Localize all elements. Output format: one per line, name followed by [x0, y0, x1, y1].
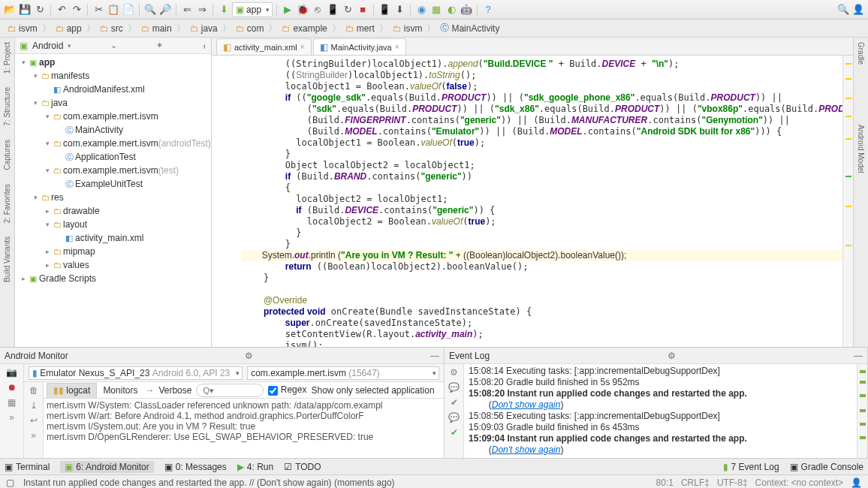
tree-activity-main-xml[interactable]: ◧ activity_main.xml	[15, 231, 211, 245]
back-icon[interactable]: ⇐	[180, 3, 194, 17]
project-settings-icon[interactable]: ⌄	[110, 41, 117, 50]
event-check-icon[interactable]: ✔	[451, 427, 458, 438]
copy-icon[interactable]: 📋	[107, 3, 120, 17]
cut-icon[interactable]: ✂	[92, 3, 105, 17]
apply-changes-icon[interactable]: 📱	[326, 3, 339, 17]
clear-log-icon[interactable]: 🗑	[29, 385, 38, 396]
rightbar-gradle[interactable]: Gradle	[857, 42, 865, 65]
btab-todo[interactable]: ☑ TODO	[284, 462, 321, 472]
monitor-hide-icon[interactable]: —	[430, 351, 439, 361]
project-tree[interactable]: ▾▣ app▾🗀 manifests◧ AndroidManifest.xml▾…	[15, 54, 211, 287]
crumb-com[interactable]: 🗀 com	[233, 23, 267, 34]
line-separator[interactable]: CRLF‡	[681, 477, 710, 488]
event-info-icon[interactable]: 💬	[448, 382, 460, 393]
logcat-tab[interactable]: ▮▮ logcat	[47, 383, 97, 398]
zoom-in-icon[interactable]: 🔍	[143, 3, 157, 17]
dont-show-again-link[interactable]: Don't show again	[492, 399, 561, 410]
leftbar-build-variants[interactable]: Build Variants	[3, 236, 11, 282]
hide-icon[interactable]: ⫞	[202, 41, 206, 50]
stop-icon[interactable]: ■	[356, 3, 369, 17]
crumb-MainActivity[interactable]: Ⓒ MainActivity	[437, 22, 502, 35]
cursor-position[interactable]: 80:1	[656, 477, 674, 488]
crumb-src[interactable]: 🗀 src	[97, 23, 126, 34]
android-icon[interactable]: 🤖	[460, 3, 473, 17]
crumb-isvm[interactable]: 🗀 isvm	[390, 23, 426, 34]
crumb-java[interactable]: 🗀 java	[187, 23, 221, 34]
leftbar-structure[interactable]: 7: Structure	[3, 87, 11, 126]
redo-icon[interactable]: ↷	[70, 3, 83, 17]
tree-exampleunittest[interactable]: Ⓒ ExampleUnitTest	[15, 177, 211, 191]
more2-icon[interactable]: »	[31, 430, 36, 441]
scroll-end-icon[interactable]: ⤓	[30, 400, 38, 411]
crumb-example[interactable]: 🗀 example	[279, 23, 330, 34]
monitor-settings-icon[interactable]: ⚙	[245, 351, 253, 361]
account-icon[interactable]: 👤	[851, 3, 865, 17]
tree-com-example-mert-isvm[interactable]: ▾🗀 com.example.mert.isvm (test)	[15, 164, 211, 177]
event-filter-icon[interactable]: ⚙	[450, 367, 458, 378]
dont-show-again-link[interactable]: Don't show again	[492, 444, 561, 455]
tree-manifests[interactable]: ▾🗀 manifests	[15, 69, 211, 83]
encoding[interactable]: UTF-8‡	[717, 477, 748, 488]
crumb-app[interactable]: 🗀 app	[53, 23, 85, 34]
screenshot-icon[interactable]: 📷	[6, 367, 17, 378]
forward-icon[interactable]: ⇒	[195, 3, 209, 17]
tree-androidmanifest-xml[interactable]: ◧ AndroidManifest.xml	[15, 83, 211, 96]
undo-icon[interactable]: ↶	[55, 3, 68, 17]
tree-mainactivity[interactable]: Ⓒ MainActivity	[15, 123, 211, 137]
process-selector[interactable]: com.example.mert.isvm (15647)	[247, 366, 439, 380]
sync-icon[interactable]: ↻	[33, 3, 47, 17]
log-level-selector[interactable]: Verbose	[158, 385, 191, 396]
monitors-tab[interactable]: Monitors	[97, 384, 143, 397]
log-search-input[interactable]	[196, 384, 264, 397]
status-icon[interactable]: ▢	[6, 477, 14, 488]
tab-MainActivity.java[interactable]: ◧ MainActivity.java ×	[313, 38, 406, 55]
eventlog-settings-icon[interactable]: ⚙	[668, 351, 676, 361]
theme-editor-icon[interactable]: ◐	[445, 3, 458, 17]
event-mark-icon[interactable]: ✔	[451, 397, 458, 408]
tree-gradle-scripts[interactable]: ▸▣ Gradle Scripts	[15, 272, 211, 285]
global-search-icon[interactable]: 🔍	[836, 3, 850, 17]
more-icon[interactable]: »	[9, 412, 14, 423]
event-warn-icon[interactable]: 💬	[448, 412, 460, 423]
open-icon[interactable]: 📂	[3, 3, 17, 17]
tab-activity_main.xml[interactable]: ◧ activity_main.xml ×	[216, 38, 312, 55]
crumb-mert[interactable]: 🗀 mert	[342, 23, 378, 34]
btab-gradle-console[interactable]: ▣ Gradle Console	[790, 462, 863, 472]
make-icon[interactable]: ⬇	[217, 3, 231, 17]
restart-icon[interactable]: ↻	[341, 3, 354, 17]
crumb-main[interactable]: 🗀 main	[138, 23, 175, 34]
save-icon[interactable]: 💾	[18, 3, 32, 17]
eventlog-hide-icon[interactable]: —	[854, 351, 863, 361]
tree-layout[interactable]: ▾🗀 layout	[15, 218, 211, 231]
tree-mipmap[interactable]: ▸🗀 mipmap	[15, 245, 211, 258]
tree-applicationtest[interactable]: Ⓒ ApplicationTest	[15, 150, 211, 164]
avd-icon[interactable]: 📱	[378, 3, 391, 17]
project-view-label[interactable]: Android	[32, 41, 63, 51]
btab-run[interactable]: ▶ 4: Run	[237, 462, 273, 472]
btab-event-log[interactable]: ▮ 7 Event Log	[723, 462, 779, 472]
tree-java[interactable]: ▾🗀 java	[15, 96, 211, 110]
layout-capture-icon[interactable]: ▦	[8, 397, 16, 408]
leftbar-captures[interactable]: Captures	[3, 140, 11, 170]
help-icon[interactable]: ?	[481, 3, 495, 17]
record-icon[interactable]: ⏺	[8, 382, 17, 393]
zoom-out-icon[interactable]: 🔎	[158, 3, 172, 17]
sdk-icon[interactable]: ⬇	[393, 3, 406, 17]
btab-android-monitor[interactable]: ▣ 6: Android Monitor	[60, 461, 153, 473]
log-output[interactable]: mert.isvm W/System: ClassLoader referenc…	[44, 399, 444, 458]
tree-drawable[interactable]: ▸🗀 drawable	[15, 204, 211, 218]
code-editor[interactable]: ((StringBuilder)localObject1).append("Bu…	[212, 56, 842, 347]
log-filter-selector[interactable]: Show only selected application	[311, 385, 436, 396]
rightbar-android-model[interactable]: Android Model	[857, 125, 865, 173]
regex-checkbox[interactable]: Regex	[268, 384, 306, 395]
tree-com-example-mert-isvm[interactable]: ▾🗀 com.example.mert.isvm	[15, 110, 211, 123]
btab-messages[interactable]: ▣ 0: Messages	[164, 462, 227, 472]
collapse-icon[interactable]: ✶	[156, 41, 163, 50]
tree-app[interactable]: ▾▣ app	[15, 56, 211, 69]
context[interactable]: Context: <no context>	[755, 477, 843, 488]
tree-com-example-mert-isvm[interactable]: ▾🗀 com.example.mert.isvm (androidTest)	[15, 137, 211, 150]
run-icon[interactable]: ▶	[281, 3, 294, 17]
leftbar-project[interactable]: 1: Project	[3, 42, 11, 74]
tree-values[interactable]: ▸🗀 values	[15, 258, 211, 272]
inspector-icon[interactable]: 👤	[851, 477, 862, 488]
